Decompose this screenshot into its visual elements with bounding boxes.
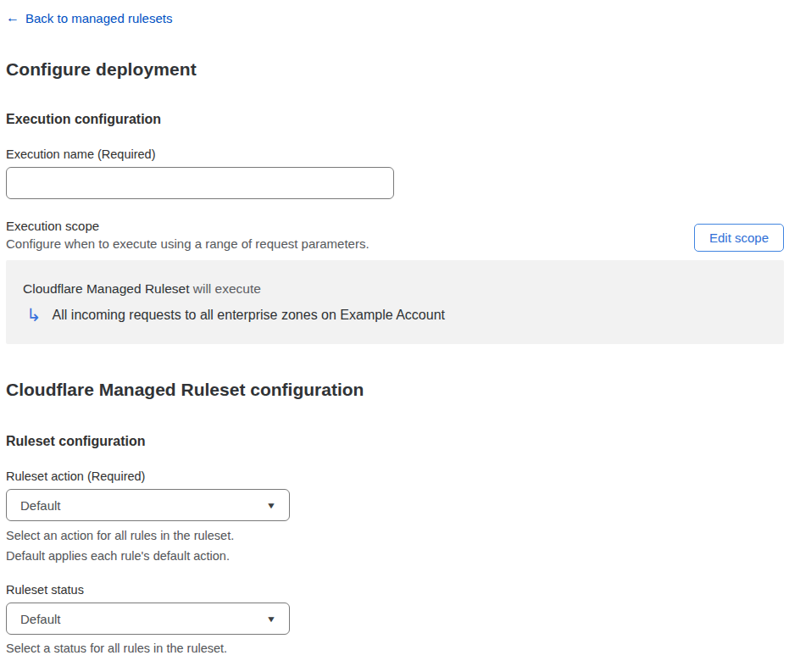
execution-name-label: Execution name (Required) bbox=[6, 147, 784, 161]
ruleset-status-help: Select a status for all rules in the rul… bbox=[6, 638, 784, 658]
execution-configuration-heading: Execution configuration bbox=[6, 112, 784, 127]
scope-detail-line: ↳ All incoming requests to all enterpris… bbox=[23, 306, 767, 324]
configure-deployment-page: ← Back to managed rulesets Configure dep… bbox=[0, 0, 789, 658]
ruleset-action-help-line1: Select an action for all rules in the ru… bbox=[6, 525, 784, 546]
ruleset-name: Cloudflare Managed Ruleset bbox=[23, 281, 189, 296]
execution-name-input[interactable] bbox=[6, 167, 394, 199]
ruleset-status-label: Ruleset status bbox=[6, 583, 784, 597]
execution-scope-text-block: Execution scope Configure when to execut… bbox=[6, 219, 369, 251]
scope-summary-line: Cloudflare Managed Ruleset will execute bbox=[23, 281, 767, 297]
ruleset-configuration-subheading: Ruleset configuration bbox=[6, 434, 784, 449]
execution-scope-description: Configure when to execute using a range … bbox=[6, 236, 369, 251]
scope-summary-panel: Cloudflare Managed Ruleset will execute … bbox=[6, 260, 784, 344]
execution-scope-row: Execution scope Configure when to execut… bbox=[6, 219, 784, 252]
caret-down-icon: ▼ bbox=[266, 614, 276, 624]
back-to-managed-rulesets-link[interactable]: ← Back to managed rulesets bbox=[6, 11, 172, 25]
ruleset-status-selected-value: Default bbox=[20, 612, 61, 626]
ruleset-action-selected-value: Default bbox=[20, 498, 61, 513]
will-execute-text: will execute bbox=[189, 281, 260, 296]
ruleset-action-help-line2: Default applies each rule's default acti… bbox=[6, 546, 784, 566]
caret-down-icon: ▼ bbox=[266, 501, 276, 510]
ruleset-action-select[interactable]: Default ▼ bbox=[6, 489, 290, 521]
execution-scope-label: Execution scope bbox=[6, 219, 369, 233]
ruleset-action-help: Select an action for all rules in the ru… bbox=[6, 525, 784, 566]
back-arrow-icon: ← bbox=[6, 11, 19, 25]
edit-scope-button[interactable]: Edit scope bbox=[694, 224, 784, 252]
ruleset-configuration-page-heading: Cloudflare Managed Ruleset configuration bbox=[6, 380, 784, 400]
ruleset-status-select[interactable]: Default ▼ bbox=[6, 603, 290, 635]
scope-detail-text: All incoming requests to all enterprise … bbox=[53, 308, 445, 323]
indent-arrow-icon: ↳ bbox=[26, 306, 42, 324]
page-title: Configure deployment bbox=[6, 59, 784, 80]
back-link-label: Back to managed rulesets bbox=[25, 11, 172, 25]
ruleset-action-label: Ruleset action (Required) bbox=[6, 469, 784, 483]
